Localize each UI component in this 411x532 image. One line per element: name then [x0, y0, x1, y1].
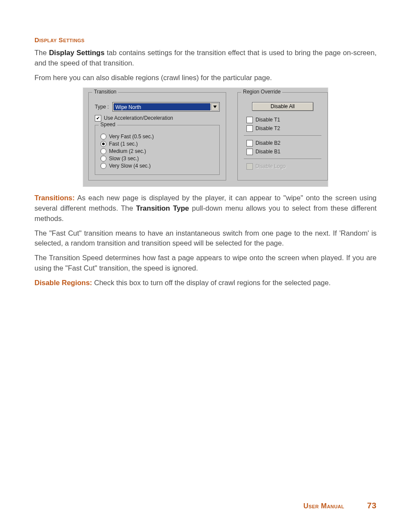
text: Check this box to turn off the display o… — [92, 279, 331, 286]
intro-paragraph-2: From here you can also disable regions (… — [34, 73, 377, 83]
disable-logo-row: Disable Logo — [246, 163, 321, 170]
region-override-group: Region Override Disable All Disable T1 D… — [237, 92, 328, 180]
speed-option-very-slow[interactable]: Very Slow (4 sec.) — [100, 163, 214, 169]
disable-t1-row[interactable]: Disable T1 — [246, 117, 321, 123]
disable-t2-checkbox[interactable] — [246, 125, 253, 132]
disable-b2-checkbox[interactable] — [246, 140, 253, 146]
region-override-title: Region Override — [241, 89, 282, 95]
disable-t1-label: Disable T1 — [255, 117, 280, 123]
footer-label: User Manual — [303, 502, 344, 510]
transition-type-dropdown[interactable]: Wipe North — [112, 102, 220, 112]
page-number: 73 — [367, 501, 377, 510]
speed-label: Very Slow (4 sec.) — [109, 163, 151, 169]
radio-icon[interactable] — [100, 141, 106, 147]
disable-logo-checkbox — [246, 163, 253, 170]
bold-text: Display Settings — [49, 49, 105, 56]
radio-icon[interactable] — [100, 148, 106, 154]
disable-b1-row[interactable]: Disable B1 — [246, 149, 321, 155]
transitions-paragraph: Transitions: As each new page is display… — [34, 193, 377, 224]
disable-t1-checkbox[interactable] — [246, 117, 253, 123]
speed-label: Medium (2 sec.) — [109, 148, 146, 154]
acceleration-row[interactable]: Use Acceleration/Deceleration — [95, 115, 220, 121]
disable-regions-paragraph: Disable Regions: Check this box to turn … — [34, 278, 377, 288]
intro-paragraph-1: The Display Settings tab contains settin… — [34, 48, 377, 68]
speed-option-fast[interactable]: Fast (1 sec.) — [100, 141, 214, 147]
transition-group: Transition Type : Wipe North Use Acceler… — [88, 92, 226, 180]
transition-group-title: Transition — [92, 89, 118, 95]
region-separator — [244, 159, 321, 159]
speed-label: Slow (3 sec.) — [109, 156, 139, 162]
chevron-down-icon[interactable] — [211, 103, 219, 111]
transition-type-row: Type : Wipe North — [95, 102, 220, 112]
speed-option-slow[interactable]: Slow (3 sec.) — [100, 156, 214, 162]
radio-icon[interactable] — [100, 134, 106, 140]
type-label: Type : — [95, 104, 109, 110]
disable-b1-label: Disable B1 — [255, 149, 280, 155]
bold-colored-text: Disable Regions: — [34, 279, 92, 286]
region-separator — [244, 135, 321, 136]
section-heading: Display Settings — [34, 36, 377, 44]
disable-b2-row[interactable]: Disable B2 — [246, 140, 321, 146]
bold-text: Transition Type — [136, 204, 189, 212]
speed-label: Very Fast (0.5 sec.) — [109, 134, 154, 140]
disable-logo-label: Disable Logo — [255, 163, 286, 169]
disable-b2-label: Disable B2 — [255, 140, 280, 146]
disable-t2-label: Disable T2 — [255, 125, 280, 131]
display-settings-dialog: Transition Type : Wipe North Use Acceler… — [83, 87, 328, 187]
speed-group-title: Speed — [99, 121, 117, 128]
speed-paragraph: The Transition Speed determines how fast… — [34, 253, 377, 274]
speed-option-medium[interactable]: Medium (2 sec.) — [100, 148, 214, 154]
fastcut-paragraph: The "Fast Cut" transition means to have … — [34, 228, 377, 249]
bold-colored-text: Transitions: — [34, 194, 75, 202]
page-footer: User Manual 73 — [303, 501, 377, 510]
acceleration-label: Use Acceleration/Deceleration — [104, 115, 173, 121]
disable-t2-row[interactable]: Disable T2 — [246, 125, 321, 132]
acceleration-checkbox[interactable] — [95, 115, 101, 121]
speed-group: Speed Very Fast (0.5 sec.) Fast (1 sec.)… — [95, 125, 220, 175]
transition-type-value: Wipe North — [113, 103, 211, 111]
disable-all-button[interactable]: Disable All — [252, 102, 313, 111]
text: The — [34, 49, 49, 56]
radio-icon[interactable] — [100, 163, 106, 169]
speed-option-very-fast[interactable]: Very Fast (0.5 sec.) — [100, 134, 214, 140]
radio-icon[interactable] — [100, 156, 106, 162]
disable-b1-checkbox[interactable] — [246, 149, 253, 155]
speed-label: Fast (1 sec.) — [109, 141, 138, 147]
